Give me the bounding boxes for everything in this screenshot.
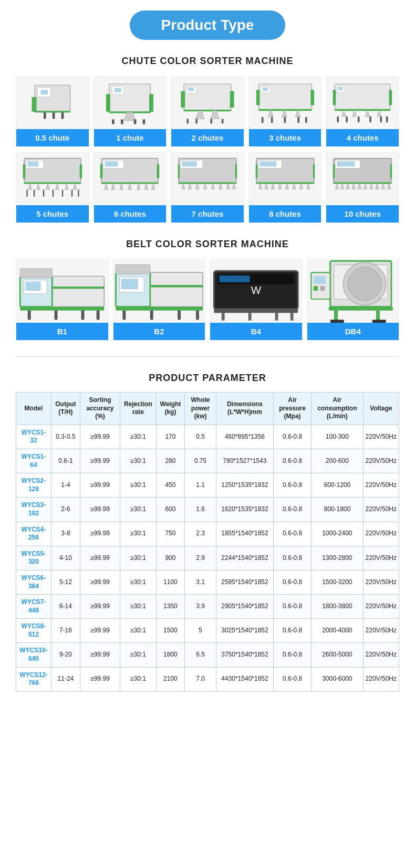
svg-rect-29 xyxy=(211,119,212,123)
data-cell: 0.5 xyxy=(185,425,216,449)
machine-svg-4chutes xyxy=(330,79,395,126)
belt-svg-b1 xyxy=(16,259,108,325)
data-cell: 1855*1540*1852 xyxy=(216,522,273,546)
svg-rect-76 xyxy=(53,189,54,197)
page-container: Product Type CHUTE COLOR SORTER MACHINE xyxy=(0,0,415,713)
machine-img-8chutes xyxy=(249,153,321,205)
svg-rect-17 xyxy=(134,120,137,124)
data-cell: ≥30:1 xyxy=(120,595,157,619)
svg-rect-33 xyxy=(263,88,268,91)
machine-card-1chute: 1 chute xyxy=(94,76,167,147)
data-cell: 9-20 xyxy=(51,643,80,667)
svg-rect-157 xyxy=(178,310,181,319)
model-cell: WYCS10-640 xyxy=(16,643,51,667)
data-cell: ≥99.99 xyxy=(80,522,120,546)
data-cell: 0.6-0.8 xyxy=(274,522,312,546)
col-airconsumption: Air consumption (L/min) xyxy=(312,393,363,425)
svg-rect-120 xyxy=(313,164,314,178)
belt-img-b2 xyxy=(113,260,205,323)
svg-marker-23 xyxy=(195,111,204,119)
data-cell: 7-16 xyxy=(51,619,80,643)
svg-marker-70 xyxy=(73,183,77,189)
data-cell: 0.6-0.8 xyxy=(274,546,312,570)
col-weight: Weight (kg) xyxy=(156,393,184,425)
svg-marker-50 xyxy=(352,110,357,117)
svg-marker-36 xyxy=(282,110,287,118)
table-row: WYCS3-1922-6≥99.99≥30:16001.61620*1535*1… xyxy=(16,497,399,522)
svg-marker-35 xyxy=(268,110,273,118)
data-cell: 2.3 xyxy=(185,522,216,546)
svg-rect-71 xyxy=(23,164,26,178)
svg-rect-40 xyxy=(262,117,263,123)
data-cell: 220V/50Hz xyxy=(363,449,399,473)
data-cell: ≥99.99 xyxy=(80,449,120,473)
svg-rect-156 xyxy=(150,310,153,319)
svg-rect-60 xyxy=(386,117,388,122)
data-cell: 0.6-0.8 xyxy=(274,570,312,594)
model-cell: WYCS8-512 xyxy=(16,619,51,643)
data-cell: 5 xyxy=(185,619,216,643)
svg-rect-123 xyxy=(337,161,355,166)
data-cell: 100-300 xyxy=(312,425,363,449)
data-cell: 460*895*1356 xyxy=(216,425,273,449)
parameter-section: PRODUCT PARAMETER Model Output (T/H) Sor… xyxy=(16,373,399,692)
page-title: Product Type xyxy=(130,10,286,40)
data-cell: 750 xyxy=(156,522,184,546)
svg-rect-14 xyxy=(150,94,154,112)
machine-svg-05chute xyxy=(20,79,85,126)
svg-rect-136 xyxy=(390,164,392,178)
data-cell: 7.0 xyxy=(185,667,216,691)
machine-svg-1chute xyxy=(97,79,162,126)
chute-row-1: 0.5 chute xyxy=(16,76,399,147)
data-cell: 1-4 xyxy=(51,473,80,497)
svg-rect-5 xyxy=(61,112,64,119)
machine-card-05chute: 0.5 chute xyxy=(16,76,89,147)
col-model: Model xyxy=(16,393,51,425)
machine-img-3chutes xyxy=(249,77,321,129)
svg-rect-146 xyxy=(81,310,85,319)
param-table: Model Output (T/H) Sorting accuracy (%) … xyxy=(16,392,399,692)
svg-rect-95 xyxy=(182,161,197,166)
data-cell: 1300-2800 xyxy=(312,546,363,570)
data-cell: 3.9 xyxy=(185,595,216,619)
svg-rect-92 xyxy=(157,164,160,178)
svg-rect-7 xyxy=(32,97,36,112)
svg-marker-88 xyxy=(137,183,141,189)
svg-rect-144 xyxy=(28,310,31,319)
data-cell: 220V/50Hz xyxy=(363,570,399,594)
data-cell: 800-1800 xyxy=(312,497,363,522)
data-cell: 3025*1540*1852 xyxy=(216,619,273,643)
svg-rect-16 xyxy=(121,120,124,124)
belt-card-b1: B1 xyxy=(16,259,109,341)
svg-rect-177 xyxy=(372,320,386,323)
data-cell: ≥30:1 xyxy=(120,522,157,546)
svg-rect-173 xyxy=(328,306,392,310)
svg-rect-165 xyxy=(222,313,225,321)
svg-marker-90 xyxy=(152,183,155,189)
svg-rect-158 xyxy=(196,310,199,319)
svg-rect-2 xyxy=(40,90,48,94)
svg-marker-65 xyxy=(28,183,32,189)
belt-img-b4: W xyxy=(210,260,302,323)
svg-rect-25 xyxy=(181,91,185,108)
svg-rect-38 xyxy=(256,90,260,105)
data-cell: 0.75 xyxy=(185,449,216,473)
svg-rect-77 xyxy=(62,189,63,197)
data-cell: ≥30:1 xyxy=(120,619,157,643)
machine-card-8chutes: 8 chutes xyxy=(248,152,322,223)
machine-label-05chute: 0.5 chute xyxy=(16,129,89,146)
model-cell: WYCS4-256 xyxy=(16,522,51,546)
data-cell: 1000-2400 xyxy=(312,522,363,546)
svg-marker-24 xyxy=(211,111,220,119)
data-cell: 0.6-0.8 xyxy=(274,667,312,691)
machine-svg-7chutes xyxy=(175,155,240,203)
data-cell: ≥30:1 xyxy=(120,425,157,449)
data-cell: ≥30:1 xyxy=(120,643,157,667)
machine-img-7chutes xyxy=(171,153,244,205)
model-cell: WYCS1-32 xyxy=(16,425,51,449)
belt-section: BELT COLOR SORTER MACHINE xyxy=(16,239,399,341)
svg-marker-84 xyxy=(105,183,108,189)
data-cell: 220V/50Hz xyxy=(363,595,399,619)
svg-rect-10 xyxy=(115,88,122,92)
col-voltage: Voltage xyxy=(363,393,399,425)
